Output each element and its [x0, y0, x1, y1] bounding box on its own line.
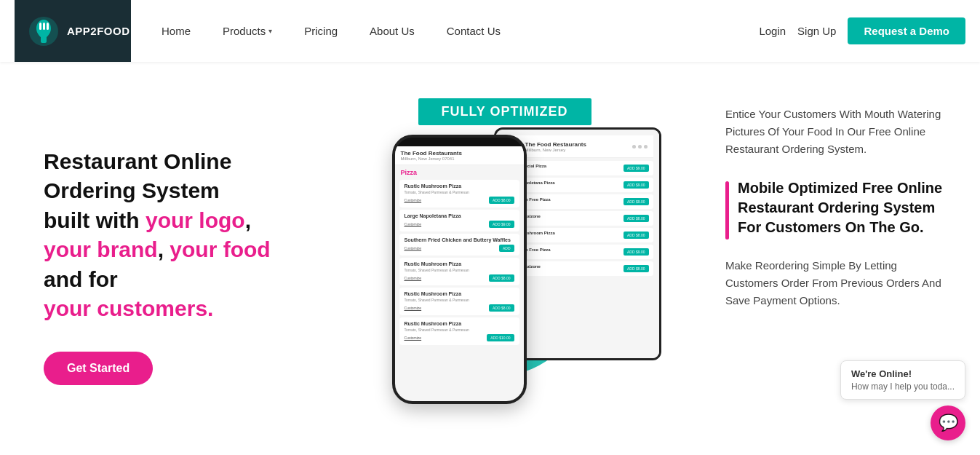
phone-mockup: The Food Restaurants Millburn, New Jerse… [392, 135, 527, 404]
main-content: Restaurant OnlineOrdering Systembuilt wi… [0, 62, 980, 455]
products-dropdown-arrow: ▾ [268, 27, 272, 35]
phone-menu-item: Southern Fried Chicken and Buttery Waffl… [399, 234, 519, 256]
phone-menu-item: Rustic Mushroom Pizza Tomato, Shaved Par… [399, 288, 519, 315]
highlight-brand: your brand [44, 237, 158, 261]
signup-button[interactable]: Sign Up [797, 25, 836, 37]
svg-rect-3 [47, 23, 49, 30]
highlight-food: your food [170, 237, 270, 261]
logo-text: APP2FOOD [67, 25, 130, 38]
svg-rect-2 [43, 23, 45, 30]
get-started-button[interactable]: Get Started [44, 352, 153, 385]
navigation: Home Products ▾ Pricing About Us Contact… [131, 0, 759, 62]
chat-button[interactable]: 💬 [931, 405, 965, 440]
phone-category: Pizza [395, 165, 524, 178]
nav-home[interactable]: Home [146, 0, 207, 62]
nav-about[interactable]: About Us [354, 0, 431, 62]
optimized-badge: FULLY OPTIMIZED [418, 98, 591, 125]
chat-widget: We're Online! How may I help you toda...… [840, 360, 965, 440]
login-button[interactable]: Login [759, 25, 786, 37]
hero-heading: Restaurant OnlineOrdering Systembuilt wi… [44, 147, 276, 324]
feature-accent-bar [725, 181, 729, 240]
feature-block-1: Entice Your Customers With Mouth Waterin… [725, 106, 951, 158]
feature-block-2: Mobile Optimized Free Online Restaurant … [725, 178, 951, 240]
logo[interactable]: APP2FOOD [15, 0, 131, 62]
header: APP2FOOD Home Products ▾ Pricing About U… [0, 0, 980, 62]
logo-icon [26, 14, 61, 49]
phone-menu-item: Rustic Mushroom Pizza Tomato, Shaved Par… [399, 317, 519, 345]
mockup-section: FULLY OPTIMIZED The Food Restaurants Mil… [306, 62, 704, 455]
header-actions: Login Sign Up Request a Demo [759, 17, 965, 44]
feature-highlight-text: Mobile Optimized Free Online Restaurant … [738, 178, 951, 237]
phone-screen: The Food Restaurants Millburn, New Jerse… [395, 146, 524, 401]
feature-text-1: Entice Your Customers With Mouth Waterin… [725, 106, 951, 158]
phone-menu-item: Large Napoletana Pizza Customize ADD $9.… [399, 210, 519, 232]
chat-bubble-title: We're Online! [851, 368, 955, 379]
highlight-logo: your logo [146, 208, 245, 232]
device-mockup: FULLY OPTIMIZED The Food Restaurants Mil… [392, 98, 618, 419]
chat-bubble-message: How may I help you toda... [851, 381, 955, 392]
chat-icon: 💬 [939, 414, 958, 432]
feature-text-3: Make Reordering Simple By Letting Custom… [725, 257, 951, 309]
chat-bubble: We're Online! How may I help you toda... [840, 360, 965, 400]
demo-button[interactable]: Request a Demo [848, 17, 965, 44]
nav-products[interactable]: Products ▾ [207, 0, 288, 62]
feature-block-3: Make Reordering Simple By Letting Custom… [725, 257, 951, 309]
highlight-customers: your customers. [44, 296, 213, 320]
phone-menu-item: Rustic Mushroom Pizza Tomato, Shaved Par… [399, 180, 519, 207]
nav-contact[interactable]: Contact Us [431, 0, 517, 62]
svg-rect-1 [39, 23, 41, 30]
phone-menu-item: Rustic Mushroom Pizza Tomato, Shaved Par… [399, 258, 519, 285]
phone-notch [437, 138, 481, 146]
nav-pricing[interactable]: Pricing [288, 0, 354, 62]
hero-section: Restaurant OnlineOrdering Systembuilt wi… [0, 62, 306, 455]
phone-screen-header: The Food Restaurants Millburn, New Jerse… [395, 146, 524, 165]
